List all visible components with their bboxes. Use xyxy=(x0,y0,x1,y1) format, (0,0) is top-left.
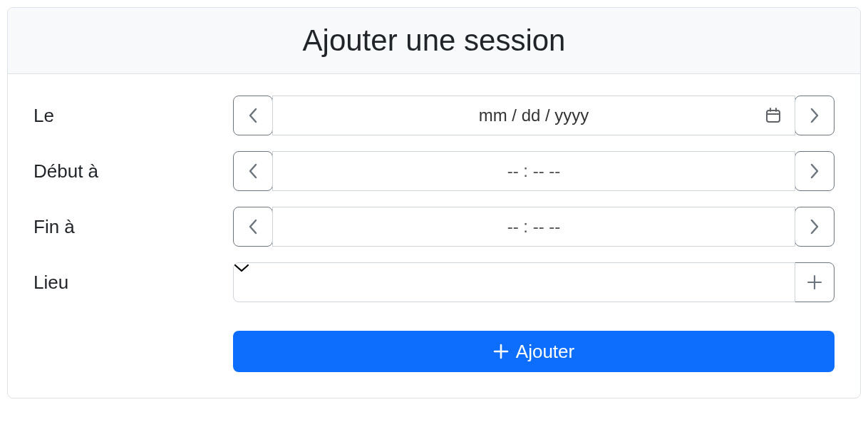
end-control: -- : -- -- xyxy=(233,207,835,247)
add-session-card: Ajouter une session Le mm / dd / yyyy xyxy=(7,7,861,398)
chevron-right-icon xyxy=(810,219,820,235)
start-control: -- : -- -- xyxy=(233,151,835,191)
chevron-right-icon xyxy=(810,163,820,179)
location-select[interactable] xyxy=(233,262,795,302)
chevron-left-icon xyxy=(248,108,258,123)
chevron-down-icon xyxy=(234,263,795,273)
start-row: Début à -- : -- -- xyxy=(33,151,835,191)
add-location-button[interactable] xyxy=(795,262,835,302)
start-input[interactable]: -- : -- -- xyxy=(272,151,795,191)
calendar-icon xyxy=(765,107,782,124)
end-prev-button[interactable] xyxy=(233,207,273,247)
plus-icon xyxy=(807,274,822,290)
date-next-button[interactable] xyxy=(795,96,835,135)
card-title: Ajouter une session xyxy=(22,24,846,58)
start-next-button[interactable] xyxy=(795,151,835,191)
date-row: Le mm / dd / yyyy xyxy=(33,96,835,135)
end-label: Fin à xyxy=(33,216,233,238)
date-placeholder: mm / dd / yyyy xyxy=(479,106,589,125)
end-input[interactable]: -- : -- -- xyxy=(272,207,795,247)
start-label: Début à xyxy=(33,160,233,182)
end-row: Fin à -- : -- -- xyxy=(33,207,835,247)
location-control xyxy=(233,262,835,302)
date-label: Le xyxy=(33,105,233,127)
add-button-label: Ajouter xyxy=(516,341,574,363)
end-next-button[interactable] xyxy=(795,207,835,247)
date-input[interactable]: mm / dd / yyyy xyxy=(272,96,795,135)
location-label: Lieu xyxy=(33,272,233,294)
location-row: Lieu xyxy=(33,262,835,302)
date-prev-button[interactable] xyxy=(233,96,273,135)
add-button[interactable]: Ajouter xyxy=(233,331,835,372)
chevron-left-icon xyxy=(248,163,258,179)
card-header: Ajouter une session xyxy=(8,8,860,74)
end-placeholder: -- : -- -- xyxy=(507,217,561,237)
svg-rect-0 xyxy=(767,110,780,122)
plus-icon xyxy=(493,344,509,359)
card-body: Le mm / dd / yyyy xyxy=(8,74,860,398)
submit-row: Ajouter xyxy=(33,331,835,372)
start-prev-button[interactable] xyxy=(233,151,273,191)
chevron-right-icon xyxy=(810,108,820,123)
date-control: mm / dd / yyyy xyxy=(233,96,835,135)
chevron-left-icon xyxy=(248,219,258,235)
start-placeholder: -- : -- -- xyxy=(507,161,561,181)
